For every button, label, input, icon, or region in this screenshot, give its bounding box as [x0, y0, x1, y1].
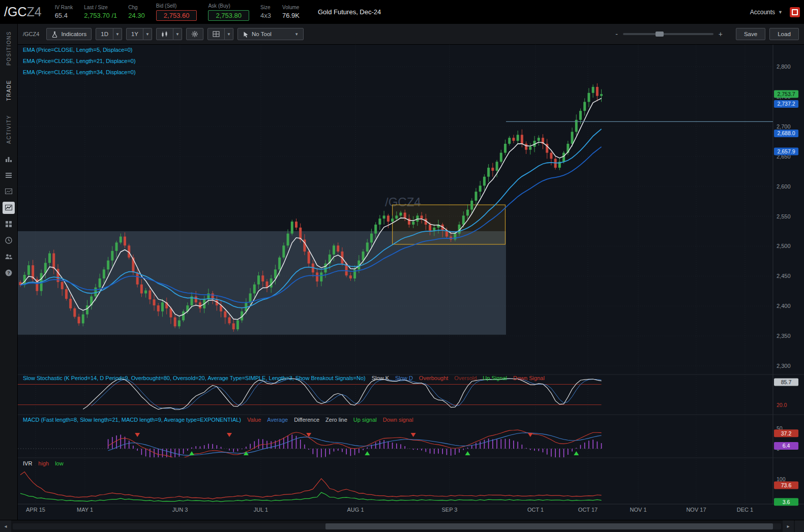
- study-title: EMA (Price=CLOSE, Length=21, Displace=0): [23, 58, 136, 64]
- chevron-down-icon[interactable]: ▼: [113, 28, 122, 40]
- monitor-chart-icon[interactable]: [3, 185, 15, 198]
- time-axis: APR 15MAY 1JUN 3JUL 1AUG 1SEP 3OCT 1OCT …: [26, 507, 753, 513]
- chart-toolbar: /GCZ4 Indicators 1D ▼ 1Y ▼ ▼ ▼ No Tool ▼…: [18, 24, 804, 45]
- accounts-label: Accounts: [750, 9, 775, 16]
- svg-text:OCT 17: OCT 17: [578, 507, 598, 513]
- clock-icon[interactable]: [3, 234, 15, 246]
- accounts-dropdown[interactable]: Accounts ▼: [750, 9, 783, 16]
- svg-text:JUN 3: JUN 3: [172, 507, 188, 513]
- ema-study-label[interactable]: EMA (Price=CLOSE, Length=5, Displace=0): [23, 47, 139, 53]
- svg-text:2,657.9: 2,657.9: [777, 148, 795, 154]
- people-icon[interactable]: [3, 251, 15, 263]
- grid-icon[interactable]: [3, 218, 15, 230]
- load-button[interactable]: Load: [769, 28, 799, 40]
- layout-button[interactable]: [207, 28, 225, 40]
- timeframe-dropdown: 1D ▼: [96, 28, 122, 40]
- help-icon[interactable]: ?: [3, 267, 15, 279]
- scroll-left-button[interactable]: ◂: [0, 520, 11, 532]
- range-button[interactable]: 1Y: [126, 28, 143, 40]
- layout-grid-icon: [213, 31, 220, 37]
- cursor-icon: [243, 31, 249, 38]
- up-signal-arrow: [465, 451, 470, 455]
- price-chart[interactable]: /GCZ4APR 15MAY 1JUN 3JUL 1AUG 1SEP 3OCT …: [18, 45, 804, 520]
- field-label: Chg: [128, 5, 137, 10]
- scroll-right-button[interactable]: ▸: [783, 520, 794, 532]
- field-bid: Bid (Sell) 2,753.60: [156, 3, 197, 21]
- price-axis: 2,8002,7502,7002,6502,6002,5502,5002,450…: [774, 64, 798, 506]
- svg-text:APR 15: APR 15: [26, 507, 45, 513]
- chart-area[interactable]: /GCZ4APR 15MAY 1JUN 3JUL 1AUG 1SEP 3OCT …: [18, 45, 804, 520]
- ivr-legend[interactable]: IVRhighlow: [23, 460, 70, 466]
- sidebar-tab-trade[interactable]: TRADE: [6, 80, 12, 101]
- chevron-down-icon[interactable]: ▼: [225, 28, 233, 40]
- zoom-slider[interactable]: [623, 33, 713, 35]
- list-icon[interactable]: [3, 169, 15, 181]
- zoom-out-button[interactable]: -: [615, 30, 618, 38]
- sidebar-tab-positions[interactable]: POSITIONS: [6, 31, 12, 66]
- indicators-button[interactable]: Indicators: [46, 28, 92, 40]
- ask-button[interactable]: 2,753.80: [208, 10, 249, 21]
- svg-text:2,753.7: 2,753.7: [777, 91, 795, 97]
- left-sidebar: POSITIONS TRADE ACTIVITY ?: [0, 24, 18, 520]
- field-last-size: Last / Size 2,753.70 /1: [84, 5, 117, 19]
- field-value: 24.30: [128, 12, 145, 19]
- svg-text:2,600: 2,600: [777, 183, 791, 190]
- field-label: Last / Size: [84, 5, 108, 10]
- zoom-slider-handle[interactable]: [656, 32, 664, 37]
- chevron-down-icon[interactable]: ▼: [173, 28, 182, 40]
- legend-item: low: [55, 460, 64, 466]
- legend-item: Slow D: [395, 375, 413, 381]
- legend-item: Up Signal: [483, 375, 507, 381]
- field-iv-rank: IV Rank 65.4: [55, 5, 73, 19]
- gear-icon: [191, 30, 198, 38]
- field-volume: Volume 76.9K: [282, 5, 300, 19]
- save-button[interactable]: Save: [736, 28, 765, 40]
- svg-text:2,450: 2,450: [777, 273, 791, 279]
- svg-text:73.6: 73.6: [781, 482, 792, 488]
- zoom-in-button[interactable]: +: [719, 30, 723, 38]
- support-zone: [18, 231, 506, 335]
- legend-item: Slow K: [372, 375, 389, 381]
- field-value: 76.9K: [282, 12, 300, 19]
- bid-button[interactable]: 2,753.60: [156, 10, 197, 21]
- field-value: 2,753.70 /1: [84, 12, 117, 19]
- macd-plot: [108, 430, 602, 460]
- svg-text:JUL 1: JUL 1: [254, 507, 268, 513]
- range-dropdown: 1Y ▼: [126, 28, 152, 40]
- drawing-tool-dropdown[interactable]: No Tool ▼: [237, 28, 304, 40]
- study-title: MACD (Fast length=8, Slow length=21, MAC…: [23, 417, 241, 423]
- scrollbar-thumb[interactable]: [325, 523, 773, 529]
- svg-text:2,737.2: 2,737.2: [777, 101, 795, 107]
- svg-text:2,350: 2,350: [777, 333, 791, 339]
- sidebar-tab-activity[interactable]: ACTIVITY: [6, 115, 12, 144]
- alert-icon[interactable]: [790, 7, 800, 17]
- svg-text:MAY 1: MAY 1: [77, 507, 93, 513]
- active-chart-icon[interactable]: [3, 202, 15, 214]
- indicators-label: Indicators: [61, 31, 86, 37]
- settings-button[interactable]: [186, 28, 203, 40]
- svg-text:6.4: 6.4: [783, 443, 790, 449]
- ema-study-label[interactable]: EMA (Price=CLOSE, Length=21, Displace=0): [23, 58, 142, 64]
- field-label: Size: [260, 5, 270, 10]
- svg-text:2,700: 2,700: [777, 123, 791, 130]
- stochastic-legend[interactable]: Slow Stochastic (K Period=14, D Period=9…: [23, 375, 551, 381]
- field-ask: Ask (Buy) 2,753.80: [208, 3, 249, 21]
- svg-text:NOV 17: NOV 17: [686, 507, 706, 513]
- bar-chart-icon[interactable]: [3, 153, 15, 165]
- chart-type-button[interactable]: [156, 28, 173, 40]
- down-signal-arrow: [411, 433, 416, 437]
- svg-text:2,500: 2,500: [777, 243, 791, 249]
- tool-label: No Tool: [252, 31, 272, 37]
- chevron-down-icon: ▼: [294, 32, 299, 37]
- field-label: Volume: [282, 5, 299, 10]
- chevron-down-icon[interactable]: ▼: [143, 28, 152, 40]
- ema-study-label[interactable]: EMA (Price=CLOSE, Length=34, Displace=0): [23, 69, 142, 75]
- svg-text:20.0: 20.0: [777, 402, 787, 408]
- quote-header: /GCZ4 IV Rank 65.4 Last / Size 2,753.70 …: [0, 0, 804, 24]
- timeframe-button[interactable]: 1D: [96, 28, 113, 40]
- study-title: IVR: [23, 460, 32, 466]
- macd-legend[interactable]: MACD (Fast length=8, Slow length=21, MAC…: [23, 417, 420, 423]
- legend-item: Average: [267, 417, 288, 423]
- scrollbar-track[interactable]: [13, 523, 781, 529]
- svg-text:AUG 1: AUG 1: [347, 507, 364, 513]
